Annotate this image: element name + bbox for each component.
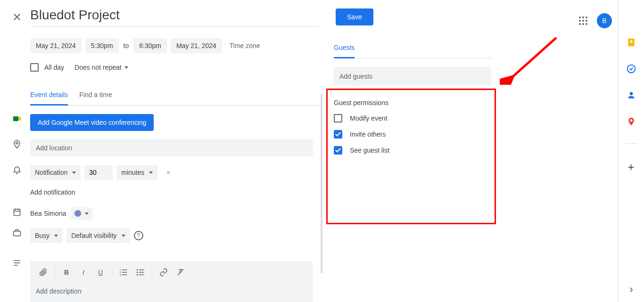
add-guests-input[interactable]: [334, 67, 491, 86]
svg-rect-24: [122, 275, 127, 276]
event-title-input[interactable]: [30, 6, 320, 27]
see-guest-list-checkbox[interactable]: [334, 146, 342, 155]
svg-rect-9: [13, 116, 19, 121]
briefcase-icon: [12, 228, 22, 237]
busy-select[interactable]: Busy: [30, 228, 63, 243]
link-icon[interactable]: [156, 265, 171, 280]
chevron-down-icon: [54, 235, 58, 237]
all-day-checkbox[interactable]: [30, 63, 39, 72]
add-notification-link[interactable]: Add notification: [30, 188, 322, 196]
svg-rect-28: [139, 272, 144, 273]
all-day-label: All day: [44, 64, 64, 71]
svg-point-4: [582, 20, 584, 22]
close-icon[interactable]: [11, 11, 23, 23]
underline-icon[interactable]: U: [93, 265, 108, 280]
account-avatar[interactable]: B: [597, 13, 612, 28]
collapse-panel-icon[interactable]: [627, 285, 636, 294]
remove-notification-icon[interactable]: [164, 168, 173, 177]
modify-event-checkbox[interactable]: [334, 114, 342, 122]
tab-event-details[interactable]: Event details: [30, 91, 68, 106]
calendar-color-select[interactable]: [71, 207, 92, 220]
tasks-icon[interactable]: [627, 64, 636, 73]
add-meet-button[interactable]: Add Google Meet video conferencing: [30, 114, 154, 131]
svg-point-7: [582, 23, 584, 25]
visibility-select[interactable]: Default visibility: [66, 228, 130, 243]
tab-guests[interactable]: Guests: [334, 44, 355, 58]
video-icon: [12, 114, 22, 123]
bullet-list-icon[interactable]: [133, 265, 148, 280]
maps-icon[interactable]: [627, 117, 636, 126]
chevron-down-icon: [124, 66, 128, 69]
svg-point-10: [16, 142, 18, 144]
svg-point-27: [137, 272, 138, 273]
guest-permissions-title: Guest permissions: [334, 99, 499, 106]
end-date-chip[interactable]: May 21, 2024: [171, 38, 222, 53]
svg-point-3: [579, 20, 581, 22]
contacts-icon[interactable]: [627, 90, 636, 100]
italic-icon[interactable]: I: [76, 265, 91, 280]
notification-value-input[interactable]: [84, 165, 113, 180]
tab-find-a-time[interactable]: Find a time: [79, 91, 112, 105]
calendar-icon: [12, 207, 22, 217]
svg-point-5: [586, 20, 587, 22]
google-apps-icon[interactable]: [579, 16, 587, 25]
notification-unit-select[interactable]: minutes: [116, 165, 157, 180]
location-icon: [12, 139, 22, 149]
svg-point-6: [579, 23, 581, 25]
chevron-down-icon: [85, 212, 89, 215]
add-addon-icon[interactable]: +: [627, 161, 634, 174]
attach-icon[interactable]: [36, 265, 51, 280]
modify-event-label: Modify event: [350, 114, 387, 122]
chevron-down-icon: [122, 235, 125, 237]
svg-rect-20: [122, 269, 127, 270]
svg-point-25: [137, 269, 138, 270]
svg-point-8: [586, 23, 587, 25]
color-dot-icon: [74, 210, 81, 217]
svg-rect-22: [122, 272, 127, 273]
save-button[interactable]: Save: [336, 8, 373, 25]
svg-point-36: [630, 119, 632, 122]
chevron-down-icon: [72, 171, 76, 174]
clear-format-icon[interactable]: [173, 265, 188, 280]
svg-text:3: 3: [120, 274, 121, 277]
svg-point-35: [629, 92, 633, 95]
timezone-link[interactable]: Time zone: [230, 42, 260, 49]
svg-rect-26: [139, 269, 144, 270]
see-guest-list-label: See guest list: [350, 147, 389, 154]
description-icon: [12, 258, 22, 268]
keep-icon[interactable]: [627, 38, 636, 47]
repeat-select[interactable]: Does not repeat: [70, 61, 133, 74]
help-icon[interactable]: ?: [134, 231, 143, 240]
bold-icon[interactable]: B: [59, 265, 74, 280]
svg-point-0: [579, 16, 581, 18]
notification-type-select[interactable]: Notification: [30, 165, 81, 180]
calendar-owner-label: Bea Simona: [30, 210, 66, 217]
numbered-list-icon[interactable]: 123: [116, 265, 131, 280]
description-textarea[interactable]: [30, 284, 313, 302]
invite-others-label: Invite others: [350, 131, 386, 138]
start-date-chip[interactable]: May 21, 2024: [30, 38, 82, 53]
start-time-chip[interactable]: 5:30pm: [85, 38, 119, 53]
svg-point-29: [137, 274, 138, 276]
svg-point-2: [586, 16, 587, 18]
svg-rect-30: [139, 275, 144, 276]
svg-point-33: [630, 41, 632, 43]
chevron-down-icon: [149, 171, 153, 174]
location-input[interactable]: [30, 139, 313, 156]
invite-others-checkbox[interactable]: [334, 130, 342, 139]
bell-icon: [12, 165, 22, 174]
scrollbar[interactable]: [321, 94, 322, 273]
end-time-chip[interactable]: 6:30pm: [133, 38, 167, 53]
svg-rect-15: [14, 231, 21, 236]
svg-point-1: [582, 16, 584, 18]
to-label: to: [123, 42, 130, 49]
svg-rect-11: [14, 209, 20, 215]
